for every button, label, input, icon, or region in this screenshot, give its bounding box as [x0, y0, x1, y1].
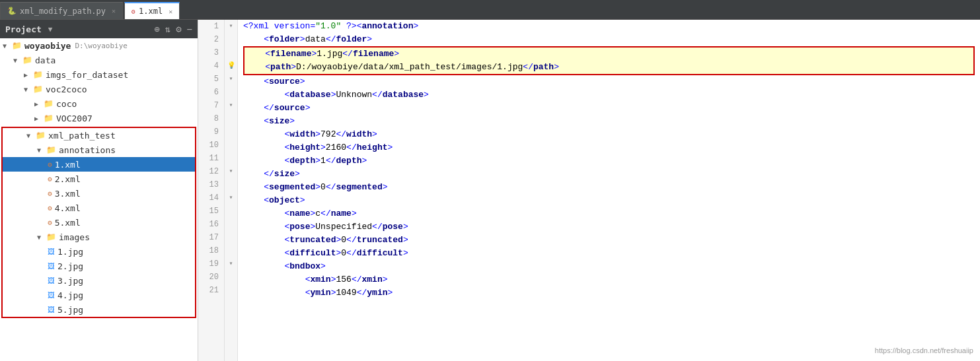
- ln-20: 20: [204, 271, 219, 284]
- code-line-14: <object>: [243, 194, 975, 207]
- code-line-20: <xmin>156</xmin>: [243, 273, 975, 286]
- root-path: D:\woyaobiye: [75, 42, 127, 50]
- py-icon: 🐍: [7, 7, 17, 15]
- tree-root[interactable]: ▼ 📁 woyaobiye D:\woyaobiye: [0, 38, 198, 53]
- tree-item-2jpg[interactable]: 🖼 2.jpg: [3, 259, 195, 273]
- settings-icon[interactable]: ⚙: [176, 24, 181, 34]
- editor[interactable]: 1 2 3 4 5 6 7 8 9 10 11 12 13 14 15 16 1…: [198, 20, 980, 361]
- tree-item-3xml[interactable]: ⚙ 3.xml: [3, 186, 195, 201]
- sidebar: Project ▼ ⊕ ⇅ ⚙ − ▼ 📁 woyaobiye D:\woyao…: [0, 20, 198, 361]
- code-area[interactable]: <?xml version="1.0" ?><annotation> <fold…: [238, 20, 980, 361]
- gutter-15: [225, 205, 237, 218]
- ln-10: 10: [204, 139, 219, 152]
- tree-item-1jpg[interactable]: 🖼 1.jpg: [3, 244, 195, 259]
- tree-item-xmlpathtest[interactable]: ▼ 📁 xml_path_test: [3, 128, 195, 143]
- fold-arrow-14[interactable]: ▾: [229, 191, 233, 205]
- ln-15: 15: [204, 205, 219, 218]
- red-border-section: ▼ 📁 xml_path_test ▼ 📁 annotations: [1, 127, 196, 318]
- gutter-4: 💡: [225, 59, 237, 73]
- gutter-19: ▾: [225, 257, 237, 271]
- code-line-12: </size>: [243, 168, 975, 181]
- voc2007-label: VOC2007: [56, 114, 93, 123]
- fold-arrow-1[interactable]: ▾: [229, 20, 233, 33]
- gutter-3: [225, 46, 237, 59]
- 4xml-icon: ⚙: [48, 204, 52, 213]
- sidebar-tree[interactable]: ▼ 📁 woyaobiye D:\woyaobiye ▼ 📁 data ▶ 📁 …: [0, 38, 198, 361]
- tree-item-coco[interactable]: ▶ 📁 coco: [0, 96, 198, 111]
- fold-arrow-7[interactable]: ▾: [229, 99, 233, 112]
- xml-icon: ⚙: [132, 8, 135, 15]
- gutter-14: ▾: [225, 191, 237, 205]
- 4xml-label: 4.xml: [55, 203, 81, 213]
- ln-8: 8: [204, 112, 219, 125]
- voc2coco-folder-icon: 📁: [33, 84, 43, 94]
- tree-item-images[interactable]: ▼ 📁 images: [3, 230, 195, 244]
- 4jpg-icon: 🖼: [48, 291, 55, 300]
- root-label: woyaobiye: [24, 41, 71, 51]
- tree-item-imgsfordataset[interactable]: ▶ 📁 imgs_for_dataset: [0, 67, 198, 82]
- annotations-folder-icon: 📁: [46, 145, 56, 154]
- hint-bulb-4[interactable]: 💡: [227, 59, 235, 73]
- tree-item-2xml[interactable]: ⚙ 2.xml: [3, 172, 195, 186]
- 3xml-label: 3.xml: [55, 189, 81, 199]
- gutter-1: ▾: [225, 20, 237, 33]
- gutter-20: [225, 271, 237, 284]
- tree-item-1xml[interactable]: ⚙ 1.xml: [3, 157, 195, 172]
- tree-item-4jpg[interactable]: 🖼 4.jpg: [3, 288, 195, 302]
- tab-xml[interactable]: ⚙ 1.xml ✕: [124, 2, 180, 19]
- tree-item-voc2007[interactable]: ▶ 📁 VOC2007: [0, 111, 198, 125]
- code-line-17: <truncated>0</truncated>: [243, 234, 975, 247]
- ln-16: 16: [204, 218, 219, 231]
- ln-5: 5: [204, 73, 219, 86]
- tab-py[interactable]: 🐍 xml_modify_path.py ✕: [0, 2, 123, 19]
- tree-item-data[interactable]: ▼ 📁 data: [0, 53, 198, 67]
- watermark: https://blog.csdn.net/freshuaiip: [875, 346, 973, 354]
- gutter-18: [225, 244, 237, 257]
- ln-17: 17: [204, 231, 219, 244]
- tree-item-5xml[interactable]: ⚙ 5.xml: [3, 215, 195, 230]
- 1xml-label: 1.xml: [55, 160, 81, 170]
- tree-item-4xml[interactable]: ⚙ 4.xml: [3, 201, 195, 215]
- sidebar-header: Project ▼ ⊕ ⇅ ⚙ −: [0, 20, 198, 38]
- xml-pi-1: <?xml version=: [243, 21, 315, 31]
- tree-item-3jpg[interactable]: 🖼 3.jpg: [3, 273, 195, 288]
- tabbar: 🐍 xml_modify_path.py ✕ ⚙ 1.xml ✕: [0, 0, 980, 20]
- gutter-8: [225, 112, 237, 125]
- voc2007-arrow: ▶: [34, 115, 44, 122]
- gutter-16: [225, 218, 237, 231]
- voc2coco-arrow: ▼: [24, 86, 33, 93]
- tab-py-close[interactable]: ✕: [112, 7, 116, 15]
- root-folder-icon: 📁: [12, 41, 22, 50]
- code-line-19: <bndbox>: [243, 260, 975, 273]
- minimize-icon[interactable]: −: [187, 24, 192, 34]
- coco-folder-icon: 📁: [44, 99, 54, 108]
- data-arrow: ▼: [13, 57, 22, 64]
- code-line-2: <folder>data</folder>: [243, 33, 975, 46]
- ln-19: 19: [204, 257, 219, 271]
- sidebar-header-title: Project: [5, 24, 42, 34]
- gutter-17: [225, 231, 237, 244]
- fold-arrow-19[interactable]: ▾: [229, 257, 233, 271]
- code-line-4: <path>D:/woyaobiye/data/xml_path_test/im…: [245, 61, 973, 74]
- code-line-21: <ymin>1049</ymin>: [243, 286, 975, 300]
- tree-item-voc2coco[interactable]: ▼ 📁 voc2coco: [0, 82, 198, 96]
- fold-arrow-12[interactable]: ▾: [229, 165, 233, 178]
- fold-arrow-5[interactable]: ▾: [229, 73, 233, 86]
- tab-xml-close[interactable]: ✕: [169, 8, 172, 15]
- imgsfordataset-arrow: ▶: [24, 71, 33, 79]
- code-line-1: <?xml version="1.0" ?><annotation>: [243, 20, 975, 33]
- ln-18: 18: [204, 244, 219, 257]
- 3jpg-label: 3.jpg: [57, 276, 83, 286]
- sidebar-dropdown-arrow[interactable]: ▼: [48, 25, 53, 34]
- collapse-icon[interactable]: ⇅: [165, 24, 170, 34]
- tree-item-5jpg[interactable]: 🖼 5.jpg: [3, 302, 195, 317]
- xmlpathtest-arrow: ▼: [26, 132, 36, 139]
- tree-item-annotations[interactable]: ▼ 📁 annotations: [3, 143, 195, 157]
- code-line-6: <database>Unknown</database>: [243, 88, 975, 102]
- 1jpg-icon: 🖼: [48, 247, 55, 256]
- code-line-9: <width>792</width>: [243, 128, 975, 141]
- 1xml-icon: ⚙: [48, 160, 52, 169]
- xmlpathtest-label: xml_path_test: [48, 131, 116, 141]
- ln-6: 6: [204, 86, 219, 99]
- add-icon[interactable]: ⊕: [154, 24, 159, 34]
